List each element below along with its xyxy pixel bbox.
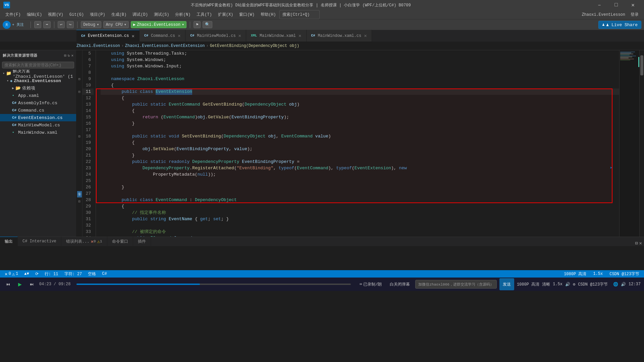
sidebar-item-app-xaml[interactable]: ▪ App.xaml (0, 92, 76, 99)
line-num-17: 17 (83, 127, 94, 133)
tab-close-mainwindow-xaml[interactable]: ✕ (299, 33, 301, 39)
taskbar: ⏮ ▶ ⏭ 04:23 / 09:28 ⌨ 已录制/朗 白关闭弹幕 加微信zha… (0, 278, 644, 291)
menu-tools[interactable]: 工具(T) (194, 10, 215, 19)
volume-icon[interactable]: 🔊 (565, 282, 570, 287)
menu-test[interactable]: 测试(S) (151, 10, 172, 19)
code-area[interactable]: using System.Threading.Tasks; using Syst… (96, 50, 619, 237)
toolbar-sep-3 (77, 21, 77, 28)
vertical-scroll-gutter[interactable] (639, 50, 644, 237)
fold-marker-11[interactable]: ⊟ (76, 88, 82, 95)
search-box[interactable]: 搜索(Ctrl+Q) (279, 10, 320, 19)
settings-icon[interactable]: ⚙ (573, 282, 575, 287)
redo-button[interactable]: ↪ (67, 21, 74, 28)
menu-build[interactable]: 生成(B) (109, 10, 129, 19)
bottom-minimize-icon[interactable]: ⊟ (635, 240, 638, 246)
menu-help[interactable]: 帮助(H) (258, 10, 279, 19)
debug-config-dropdown[interactable]: Debug ▾ (81, 21, 101, 28)
close-button[interactable]: ✕ (625, 0, 641, 10)
input-method-button[interactable]: ⌨ 已录制/朗 (357, 278, 384, 290)
menu-window[interactable]: 窗口(W) (236, 10, 257, 19)
bookmark-icon[interactable]: ⚑ (194, 21, 201, 28)
status-line[interactable]: 行: 11 (43, 271, 60, 277)
tab-close-event-extension[interactable]: ✕ (131, 33, 134, 39)
tab-label-event-extension: EventExtension.cs (88, 34, 129, 38)
folder-icon: 📂 (15, 85, 21, 91)
video-progress-bar[interactable] (76, 284, 351, 285)
sidebar-item-mainviewmodel[interactable]: C# MainViewModel.cs (0, 121, 76, 129)
menu-file[interactable]: 文件(F) (3, 10, 23, 19)
breadcrumb-member[interactable]: GetEventBinding(DependencyObject obj) (210, 44, 299, 48)
user-area: 关 + 关注 (3, 21, 24, 29)
maximize-button[interactable]: □ (608, 0, 624, 10)
sidebar-item-assembly-info[interactable]: C# AssemblyInfo.cs (0, 99, 76, 107)
menu-git[interactable]: Git(G) (67, 11, 87, 18)
sidebar-item-dependencies[interactable]: ▶ 📂 依赖项 (0, 84, 76, 92)
bottom-tab-plugin[interactable]: 插件 (133, 237, 151, 246)
sidebar-item-mainwindow-xaml[interactable]: ▪ MainWindow.xaml (0, 129, 76, 136)
line-num-21: 21 (83, 152, 94, 159)
sidebar-item-event-extension[interactable]: C# EventExtension.cs (0, 114, 76, 121)
bottom-tab-csharp[interactable]: C# Interactive (18, 237, 61, 246)
menu-debug[interactable]: 调试(D) (130, 10, 151, 19)
status-sync[interactable]: ⟳ (34, 272, 40, 277)
line-num-12: 12 (83, 95, 94, 101)
send-button[interactable]: 发送 (499, 278, 514, 290)
fold-marker-9[interactable]: ⊟ (76, 76, 82, 82)
fold-marker-28[interactable]: ⊟ (76, 198, 82, 204)
tab-close-mainviewmodel[interactable]: ✕ (238, 33, 241, 39)
status-space[interactable]: 空格 (87, 271, 97, 277)
undo-button[interactable]: ↩ (58, 21, 65, 28)
live-share-button[interactable]: ♟ ♟ Live Share (598, 21, 641, 29)
tab-command[interactable]: C# Command.cs ✕ (140, 30, 185, 42)
fold-marker-18[interactable]: ⊟ (76, 133, 82, 139)
menu-analyze[interactable]: 分析(N) (172, 10, 193, 19)
bottom-close-icon[interactable]: ✕ (639, 240, 642, 246)
bottom-tab-output[interactable]: 输出 (0, 237, 18, 246)
status-encoding[interactable]: C# (101, 272, 108, 276)
menu-view[interactable]: 视图(V) (45, 10, 66, 19)
bottom-tab-errors[interactable]: 错误列表... ✕ 0 ⚠ 1 (61, 237, 107, 246)
play-prev-button[interactable]: ⏮ (3, 278, 13, 290)
search-icon[interactable]: 🔍 (203, 21, 212, 28)
menu-edit[interactable]: 编辑(E) (24, 10, 45, 19)
breadcrumb-project[interactable]: Zhaoxi.EventLesson (76, 44, 120, 48)
code-line-11: public class EventExtension (101, 88, 619, 95)
video-time: 04:23 / 09:28 (39, 282, 71, 287)
play-button[interactable]: ▶ (15, 278, 24, 290)
tab-label-mainwindow-xaml-cs: MainWindow.xaml.cs (318, 34, 362, 38)
nav-back-button[interactable]: ⬅ (34, 21, 41, 28)
arrows-status[interactable]: ▲▼ (23, 272, 30, 276)
tab-mainwindow-xaml[interactable]: XML MainWindow.xaml ✕ (246, 30, 306, 42)
tab-event-extension[interactable]: C# EventExtension.cs ✕ (76, 30, 140, 42)
run-button[interactable]: ▶ Zhaoxi.EventLesson ▾ (131, 21, 186, 28)
tab-mainwindow-xaml-cs[interactable]: C# MainWindow.xaml.cs ✕ (307, 30, 372, 42)
csdn-label: CSDN @123字节 (578, 282, 608, 287)
menu-project[interactable]: 项目(P) (87, 10, 108, 19)
quality-indicator[interactable]: 清晰 (542, 282, 550, 287)
menu-ext[interactable]: 扩展(X) (215, 10, 236, 19)
tab-mainviewmodel[interactable]: C# MainViewModel.cs ✕ (185, 30, 246, 42)
status-char[interactable]: 字符: 27 (63, 271, 84, 277)
sidebar-refresh-icon[interactable]: ↻ (68, 53, 70, 58)
sign-in-button[interactable]: 登录 (628, 10, 641, 19)
sidebar-item-solution[interactable]: ▾ 📁 解决方案 'Zhaoxi.EventLesson' (1 (0, 70, 76, 77)
tab-close-mainwindow-xaml-cs[interactable]: ✕ (364, 33, 367, 39)
speed-indicator[interactable]: 1.5x (553, 282, 562, 287)
breadcrumb-file[interactable]: Zhaoxi.EventLesson.EventExtension (125, 44, 205, 48)
minimize-button[interactable]: － (592, 0, 607, 10)
nav-forward-button[interactable]: ➡ (43, 21, 50, 28)
line-num-6: 6 (83, 57, 94, 63)
line-num-20: 20 (83, 146, 94, 152)
play-next-button[interactable]: ⏭ (27, 278, 37, 290)
bottom-tab-command[interactable]: 命令窗口 (107, 237, 133, 246)
platform-dropdown[interactable]: Any CPU ▾ (103, 21, 129, 28)
follow-button[interactable]: + 关注 (12, 22, 24, 27)
tab-close-command[interactable]: ✕ (178, 33, 180, 39)
sidebar-item-command[interactable]: C# Command.cs (0, 107, 76, 114)
sidebar-close-icon[interactable]: ✕ (71, 53, 73, 58)
notice-button[interactable]: 白关闭弹幕 (387, 278, 413, 290)
line-num-29: 29 (83, 203, 94, 209)
error-status[interactable]: ✕ 0 ⚠ 1 (3, 271, 19, 277)
sidebar-search-input[interactable] (2, 62, 74, 68)
sidebar-collapse-all-icon[interactable]: ⊟ (64, 53, 66, 58)
